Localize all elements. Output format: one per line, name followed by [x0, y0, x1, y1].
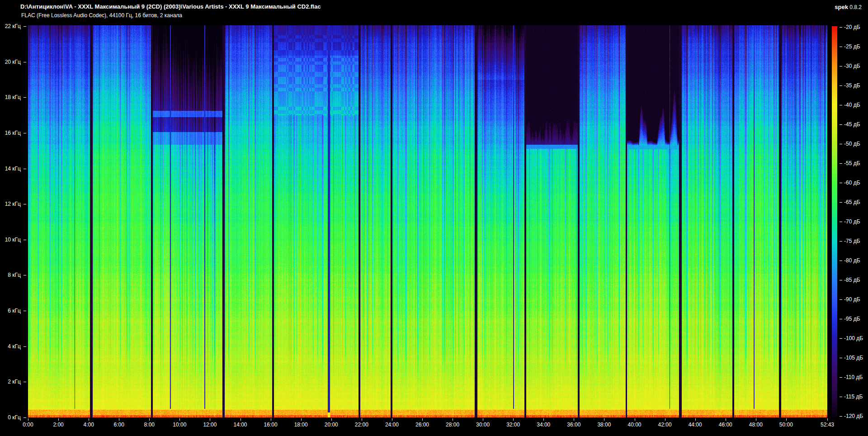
spek-window: { "app": {"name": "spek", "version": "0.…	[0, 0, 868, 436]
freq-tick-mark	[24, 97, 26, 98]
time-tick-label: 16:00	[264, 422, 278, 428]
app-version-number: 0.8.2	[849, 4, 862, 10]
time-tick-mark	[179, 418, 180, 421]
time-tick-mark	[28, 418, 28, 421]
freq-tick-label: 14 кГц	[0, 166, 21, 172]
time-tick-mark	[635, 418, 635, 421]
time-tick-mark	[362, 418, 362, 421]
db-tick-mark	[840, 183, 842, 183]
time-tick-label: 6:00	[114, 422, 124, 428]
time-tick-mark	[453, 418, 453, 421]
freq-tick-mark	[24, 26, 26, 27]
time-tick-label: 38:00	[597, 422, 611, 428]
db-tick-mark	[840, 377, 842, 378]
db-tick-label: -90 дБ	[844, 296, 860, 303]
time-tick-label: 36:00	[567, 422, 580, 428]
freq-tick-label: 16 кГц	[0, 130, 21, 136]
freq-tick-mark	[24, 417, 26, 418]
freq-tick-mark	[24, 62, 26, 62]
time-tick-label: 12:00	[203, 422, 217, 428]
time-tick-mark	[58, 418, 59, 421]
time-tick-mark	[392, 418, 392, 421]
db-tick-mark	[840, 163, 842, 164]
freq-tick-label: 2 кГц	[0, 379, 21, 385]
freq-tick-mark	[24, 346, 26, 347]
time-tick-label: 32:00	[506, 422, 520, 428]
db-tick-mark	[840, 319, 842, 319]
time-tick-label: 30:00	[476, 422, 490, 428]
time-tick-label: 48:00	[749, 422, 763, 428]
spectrogram-plot	[28, 25, 827, 417]
db-tick-mark	[840, 124, 842, 125]
time-tick-mark	[483, 418, 483, 421]
time-tick-mark	[786, 418, 787, 421]
db-tick-mark	[840, 416, 842, 417]
time-tick-label: 26:00	[415, 422, 429, 428]
time-tick-label: 28:00	[446, 422, 459, 428]
db-tick-label: -75 дБ	[844, 238, 860, 244]
time-tick-label: 8:00	[144, 422, 155, 428]
time-tick-mark	[119, 418, 119, 421]
db-tick-mark	[840, 241, 842, 242]
db-tick-label: -110 дБ	[844, 374, 863, 380]
freq-tick-label: 8 кГц	[0, 272, 21, 278]
time-tick-mark	[149, 418, 150, 421]
time-tick-label: 46:00	[719, 422, 732, 428]
db-tick-label: -30 дБ	[844, 63, 860, 69]
freq-tick-label: 12 кГц	[0, 201, 21, 207]
freq-tick-mark	[24, 169, 26, 169]
time-tick-label: 24:00	[385, 422, 399, 428]
time-tick-mark	[574, 418, 574, 421]
freq-tick-label: 20 кГц	[0, 59, 21, 65]
time-tick-mark	[726, 418, 726, 421]
time-tick-label: 4:00	[83, 422, 94, 428]
freq-tick-label: 18 кГц	[0, 94, 21, 100]
db-tick-label: -85 дБ	[844, 277, 860, 283]
db-tick-mark	[840, 202, 842, 203]
app-name: spek	[835, 4, 848, 10]
freq-tick-label: 0 кГц	[0, 414, 21, 421]
db-tick-mark	[840, 85, 842, 86]
db-tick-label: -95 дБ	[844, 316, 860, 322]
db-tick-label: -65 дБ	[844, 199, 860, 205]
time-tick-mark	[331, 418, 332, 421]
db-tick-mark	[840, 299, 842, 300]
freq-tick-mark	[24, 311, 26, 311]
db-tick-label: -60 дБ	[844, 180, 860, 186]
db-tick-label: -40 дБ	[844, 102, 860, 108]
time-tick-mark	[695, 418, 696, 421]
time-tick-mark	[756, 418, 756, 421]
db-tick-mark	[840, 66, 842, 66]
db-tick-label: -25 дБ	[844, 43, 860, 50]
db-tick-label: -100 дБ	[844, 335, 863, 341]
freq-tick-label: 22 кГц	[0, 23, 21, 29]
time-tick-label: 42:00	[658, 422, 672, 428]
time-tick-label: 0:00	[23, 422, 33, 428]
time-tick-mark	[665, 418, 665, 421]
db-tick-label: -120 дБ	[844, 413, 863, 419]
freq-tick-mark	[24, 382, 26, 382]
freq-tick-mark	[24, 133, 26, 133]
db-tick-mark	[840, 358, 842, 358]
db-tick-label: -80 дБ	[844, 257, 860, 264]
db-tick-mark	[840, 261, 842, 261]
time-tick-label: 44:00	[689, 422, 702, 428]
freq-tick-label: 6 кГц	[0, 308, 21, 314]
db-tick-label: -20 дБ	[844, 24, 860, 30]
freq-tick-mark	[24, 275, 26, 275]
db-tick-label: -50 дБ	[844, 141, 860, 147]
freq-tick-label: 10 кГц	[0, 237, 21, 243]
freq-tick-mark	[24, 240, 26, 240]
time-tick-label: 22:00	[355, 422, 368, 428]
db-tick-mark	[840, 338, 842, 339]
db-tick-mark	[840, 222, 842, 222]
time-tick-mark	[241, 418, 241, 421]
db-tick-label: -45 дБ	[844, 121, 860, 128]
time-tick-label: 50:00	[779, 422, 793, 428]
time-tick-label: 34:00	[537, 422, 550, 428]
db-tick-label: -55 дБ	[844, 160, 860, 166]
freq-tick-label: 4 кГц	[0, 343, 21, 350]
file-path: D:\Антициклон\VA - XXXL Максимальный 9 (…	[20, 3, 321, 10]
time-tick-mark	[210, 418, 210, 421]
time-tick-label: 52:43	[821, 422, 834, 428]
